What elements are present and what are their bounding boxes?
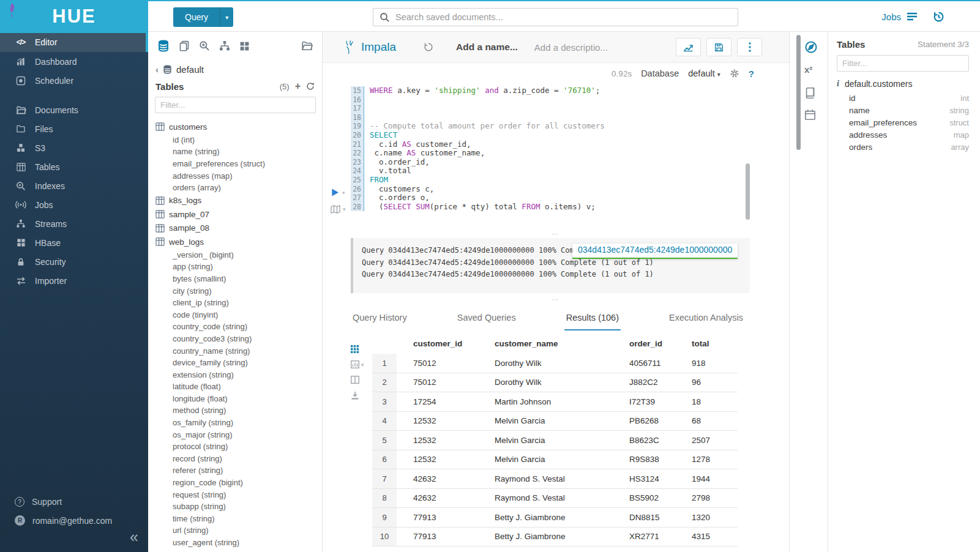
assist-column[interactable]: user_agent (string) bbox=[155, 537, 322, 549]
download-icon[interactable] bbox=[351, 391, 364, 400]
main-scrollbar[interactable] bbox=[796, 35, 801, 150]
language-reference-icon[interactable] bbox=[804, 87, 816, 99]
tab-execution-analysis[interactable]: Execution Analysis bbox=[667, 307, 745, 330]
results-row[interactable]: 977913Betty J. GiambroneDN88151320 bbox=[372, 508, 738, 528]
results-row[interactable]: 317254Martin JohnsonI72T3918 bbox=[372, 392, 738, 412]
assist-projects-icon[interactable] bbox=[301, 40, 313, 51]
assist-column[interactable]: request (string) bbox=[155, 488, 322, 501]
current-database[interactable]: default bbox=[176, 64, 204, 75]
sidebar-item-s3[interactable]: S3 bbox=[0, 138, 148, 157]
tab-results-106-[interactable]: Results (106) bbox=[564, 307, 621, 330]
assist-column[interactable]: device_family (string) bbox=[155, 357, 322, 369]
assist-column[interactable]: country_name (string) bbox=[155, 345, 322, 357]
sidebar-item-importer[interactable]: Importer bbox=[0, 271, 148, 290]
assist-column[interactable]: latitude (float) bbox=[155, 381, 322, 393]
assist-column[interactable]: city (string) bbox=[155, 285, 322, 297]
sidebar-item-scheduler[interactable]: Scheduler bbox=[0, 71, 148, 90]
engine-title[interactable]: Impala bbox=[361, 40, 396, 54]
column-id[interactable]: idint bbox=[837, 92, 969, 104]
results-column-header[interactable]: total bbox=[681, 339, 738, 348]
assist-column[interactable]: id (int) bbox=[155, 134, 322, 146]
sidebar-item-support[interactable]: ? Support bbox=[0, 492, 148, 511]
jobs-link[interactable]: Jobs bbox=[881, 12, 901, 22]
assist-databases-icon[interactable] bbox=[157, 40, 170, 52]
assist-column[interactable]: addresses (map) bbox=[155, 170, 322, 182]
assist-column[interactable]: longitude (float) bbox=[155, 393, 322, 405]
sidebar-collapse-button[interactable]: « bbox=[130, 529, 138, 545]
assist-column[interactable]: url (string) bbox=[155, 524, 322, 537]
sidebar-item-documents[interactable]: Documents bbox=[0, 100, 148, 119]
assist-column[interactable]: os_family (string) bbox=[155, 417, 322, 429]
columns-view-icon[interactable] bbox=[351, 376, 364, 384]
assist-table-customers[interactable]: customers bbox=[155, 120, 322, 134]
assist-column[interactable]: orders (array) bbox=[155, 182, 322, 194]
execute-button[interactable]: ▾ bbox=[331, 188, 346, 197]
results-column-header[interactable]: customer_id bbox=[397, 339, 484, 348]
results-row[interactable]: 612532Melvin GarciaR9S8381278 bbox=[372, 450, 738, 470]
resize-handle[interactable]: ⋯ bbox=[323, 231, 789, 237]
tab-query-history[interactable]: Query History bbox=[351, 307, 409, 330]
assist-column[interactable]: client_ip (string) bbox=[155, 297, 322, 309]
settings-gear-icon[interactable] bbox=[730, 69, 739, 78]
sidebar-item-jobs[interactable]: Jobs bbox=[0, 195, 148, 214]
assist-column[interactable]: country_code3 (string) bbox=[155, 333, 322, 345]
assist-column[interactable]: method (string) bbox=[155, 405, 322, 417]
assist-column[interactable]: bytes (smallint) bbox=[155, 273, 322, 285]
assist-column[interactable]: region_code (bigint) bbox=[155, 477, 322, 489]
explain-button[interactable]: ▾ bbox=[331, 205, 346, 214]
results-row[interactable]: 275012Dorothy WilkJ882C296 bbox=[372, 373, 738, 393]
assist-column[interactable]: protocol (string) bbox=[155, 441, 322, 453]
results-row[interactable]: 412532Melvin GarciaPB626868 bbox=[372, 412, 738, 431]
sidebar-item-editor[interactable]: </>Editor bbox=[0, 32, 148, 52]
query-description-field[interactable]: Add a descriptio... bbox=[534, 42, 608, 53]
assist-table-web-logs[interactable]: web_logs bbox=[155, 235, 322, 249]
query-id-tooltip[interactable]: 034d413ec7474ed5:4249de1000000000 bbox=[572, 244, 738, 259]
schedule-icon[interactable] bbox=[804, 109, 816, 121]
assist-table-k8s-logs[interactable]: k8s_logs bbox=[155, 193, 322, 207]
results-column-header[interactable]: order_id bbox=[618, 339, 681, 348]
sidebar-item-streams[interactable]: Streams bbox=[0, 214, 148, 233]
results-column-header[interactable]: customer_name bbox=[484, 339, 618, 348]
chart-view-icon[interactable]: ▾ bbox=[351, 360, 364, 368]
search-input[interactable] bbox=[395, 12, 731, 22]
column-name[interactable]: namestring bbox=[837, 104, 969, 116]
assist-search-icon[interactable] bbox=[199, 40, 210, 51]
sidebar-item-user[interactable]: R romain@gethue.com bbox=[0, 511, 148, 530]
sidebar-item-dashboard[interactable]: Dashboard bbox=[0, 52, 148, 71]
assist-column[interactable]: time (string) bbox=[155, 513, 322, 525]
execute-options-caret[interactable]: ▾ bbox=[342, 190, 345, 196]
assist-column[interactable]: os_major (string) bbox=[155, 428, 322, 441]
assist-table-sample-07[interactable]: sample_07 bbox=[155, 207, 322, 222]
sql-editor[interactable]: 15WHERE a.key = 'shipping' and a.zip_cod… bbox=[323, 84, 789, 237]
assist-column[interactable]: country_code (string) bbox=[155, 321, 322, 333]
query-dropdown-caret[interactable]: ▾ bbox=[220, 7, 233, 27]
tab-saved-queries[interactable]: Saved Queries bbox=[455, 307, 518, 330]
assist-column[interactable]: email_preferences (struct) bbox=[155, 158, 322, 170]
query-name-field[interactable]: Add a name... bbox=[456, 42, 518, 53]
tables-filter-input[interactable] bbox=[155, 97, 316, 113]
chart-button[interactable] bbox=[676, 38, 701, 56]
results-row[interactable]: 175012Dorothy Wilk4056711918 bbox=[372, 354, 738, 373]
jobs-list-icon[interactable] bbox=[907, 12, 918, 21]
editor-history-icon[interactable] bbox=[424, 42, 433, 52]
sidebar-item-indexes[interactable]: Indexes bbox=[0, 176, 148, 195]
column-orders[interactable]: ordersarray bbox=[837, 141, 969, 154]
sidebar-item-tables[interactable]: Tables bbox=[0, 157, 148, 176]
sidebar-item-hbase[interactable]: HBase bbox=[0, 233, 148, 252]
more-actions-button[interactable] bbox=[737, 38, 762, 56]
assist-column[interactable]: name (string) bbox=[155, 146, 322, 158]
query-history-icon[interactable] bbox=[933, 11, 944, 23]
results-row[interactable]: 1077913Betty J. GiambroneXR27714315 bbox=[372, 528, 738, 547]
column-email-preferences[interactable]: email_preferencesstruct bbox=[837, 116, 969, 129]
results-row[interactable]: 512532Melvin GarciaB8623C2507 bbox=[372, 431, 738, 450]
assist-column[interactable]: extension (string) bbox=[155, 368, 322, 381]
database-selector[interactable]: default ▾ bbox=[688, 69, 720, 78]
results-row[interactable]: 842632Raymond S. VestalBS59022798 bbox=[372, 489, 738, 509]
results-row[interactable]: 742632Raymond S. VestalHS31241944 bbox=[372, 469, 738, 489]
assist-column[interactable]: subapp (string) bbox=[155, 501, 322, 513]
add-table-icon[interactable]: + bbox=[295, 81, 301, 92]
assist-column[interactable]: referer (string) bbox=[155, 464, 322, 477]
resize-handle[interactable]: ⋯ bbox=[323, 296, 789, 302]
global-search[interactable] bbox=[373, 8, 738, 26]
sidebar-item-files[interactable]: Files bbox=[0, 119, 148, 138]
